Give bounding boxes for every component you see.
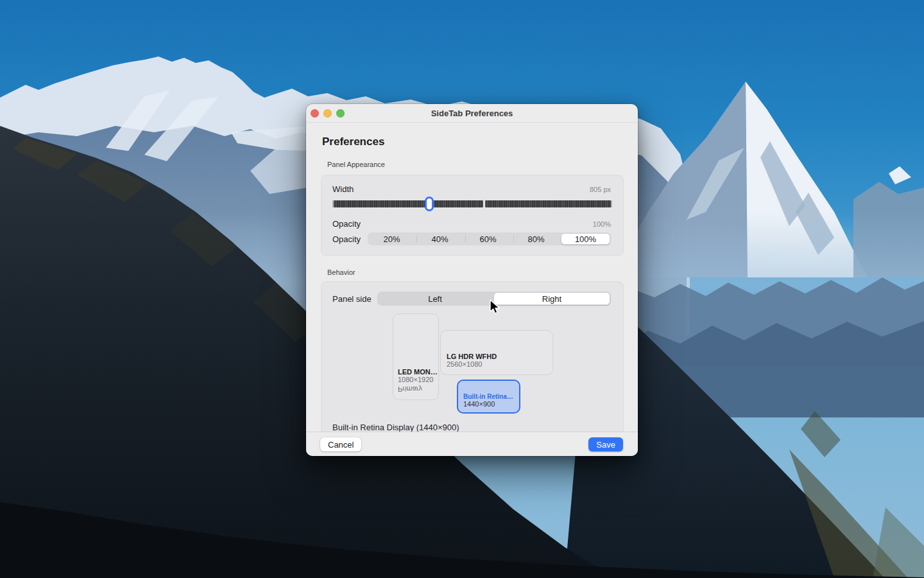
width-slider[interactable]: [332, 197, 612, 212]
panel-side-option-right-selected[interactable]: Right: [493, 292, 610, 305]
slider-thumb[interactable]: [425, 197, 434, 211]
selected-display-caption: Built-in Retina Display (924×578): [332, 423, 459, 432]
opacity-control-label: Opacity: [332, 234, 368, 244]
display-name: LED MON…: [398, 368, 434, 376]
opacity-label: Opacity: [332, 219, 361, 229]
opacity-option-20[interactable]: 20%: [368, 232, 416, 245]
panel-side-label: Panel side: [332, 294, 377, 304]
traffic-lights: [311, 109, 345, 118]
titlebar[interactable]: SideTab Preferences: [306, 104, 638, 123]
section-label-panel-appearance: Panel Appearance: [327, 161, 385, 168]
desktop: SideTab Preferences Preferences Panel Ap…: [0, 0, 924, 578]
slider-end-cap-left: [332, 200, 334, 207]
close-button[interactable]: [311, 109, 319, 118]
display-resolution: 924×578: [463, 400, 514, 408]
opacity-row: Opacity 100%: [332, 219, 611, 229]
opacity-option-40[interactable]: 40%: [416, 232, 464, 245]
section-label-behavior: Behavior: [327, 268, 355, 276]
segment-separator: [465, 235, 466, 243]
footer-bar: Cancel Save: [306, 432, 638, 456]
opacity-option-60[interactable]: 60%: [464, 232, 512, 245]
panel-appearance-card: Width 805 px Opacity 100% Opacity 20% 40…: [321, 175, 624, 256]
display-resolution: 2560×1080: [447, 360, 547, 369]
window-title: SideTab Preferences: [306, 104, 638, 123]
opacity-control-row: Opacity 20% 40% 60% 80% 100%: [332, 232, 611, 245]
display-name: Built-in Retina…: [463, 393, 514, 400]
cancel-button[interactable]: Cancel: [320, 437, 361, 451]
slider-end-cap-right: [611, 200, 612, 207]
display-name: LG HDR WFHD: [447, 353, 547, 360]
display-primary-note-flipped: Primary: [398, 385, 434, 393]
width-label: Width: [332, 184, 354, 194]
save-button[interactable]: Save: [588, 437, 623, 451]
display-resolution: 1080×1920: [398, 376, 434, 384]
panel-side-option-left[interactable]: Left: [377, 292, 493, 306]
display-tile-led-monitor[interactable]: LED MON… 1080×1920 Primary: [393, 313, 439, 400]
opacity-option-80[interactable]: 80%: [512, 232, 560, 245]
display-tile-built-in-retina-selected[interactable]: Built-in Retina… 924×578: [457, 380, 520, 414]
segment-separator: [416, 235, 417, 243]
slider-track-right[interactable]: [485, 200, 611, 207]
width-row: Width 805 px: [332, 184, 611, 194]
opacity-segmented-control: 20% 40% 60% 80% 100%: [368, 232, 611, 245]
panel-side-row: Panel side Left Right: [332, 292, 611, 306]
minimize-button[interactable]: [323, 109, 332, 118]
opacity-option-100-selected[interactable]: 100%: [561, 233, 610, 245]
slider-track-left[interactable]: [334, 200, 483, 207]
width-value: 805 px: [590, 186, 611, 193]
display-tile-lg-hdr-wfhd[interactable]: LG HDR WFHD 2560×1080: [440, 330, 553, 375]
zoom-button[interactable]: [336, 109, 345, 118]
behavior-card: Panel side Left Right LED MON… 1080×1920…: [321, 281, 624, 435]
preferences-window: SideTab Preferences Preferences Panel Ap…: [306, 104, 638, 456]
panel-side-segmented-control: Left Right: [377, 292, 611, 306]
page-title: Preferences: [322, 136, 384, 148]
opacity-value: 100%: [593, 220, 611, 228]
segment-separator: [513, 235, 514, 243]
